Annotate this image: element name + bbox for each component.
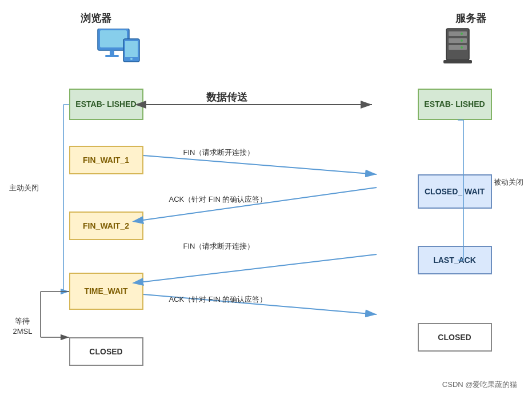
browser-icon [95, 29, 143, 68]
server-icon [438, 26, 478, 68]
server-established-box: ESTAB- LISHED [418, 89, 492, 120]
fin-wait-2-box: FIN_WAIT_2 [69, 212, 143, 240]
data-transfer-label: 数据传送 [206, 90, 247, 104]
ack1-label: ACK（针对 FIN 的确认应答） [169, 194, 267, 205]
wait-2msl-label: 等待 2MSL [13, 306, 33, 337]
ack2-label: ACK（针对 FIN 的确认应答） [169, 294, 267, 305]
passive-close-label: 被动关闭 [494, 177, 523, 187]
closed-wait-box: CLOSED_ WAIT [418, 174, 492, 209]
svg-point-11 [461, 33, 463, 35]
svg-point-12 [461, 39, 463, 42]
server-closed-box: CLOSED [418, 323, 492, 352]
svg-point-13 [461, 46, 463, 49]
svg-point-6 [130, 58, 133, 60]
diagram-inner: 浏览器 服务器 [6, 6, 526, 394]
svg-rect-10 [449, 45, 467, 50]
svg-rect-8 [449, 31, 467, 36]
svg-rect-14 [443, 60, 472, 63]
diagram-container: 浏览器 服务器 [0, 0, 532, 403]
svg-rect-5 [125, 41, 138, 57]
svg-line-25 [143, 254, 377, 282]
browser-established-box: ESTAB- LISHED [69, 89, 143, 120]
svg-rect-9 [449, 38, 467, 43]
svg-rect-2 [110, 50, 114, 55]
last-ack-box: LAST_ACK [418, 246, 492, 274]
footer-text: CSDN @爱吃果蔬的猫 [442, 380, 518, 390]
active-close-label: 主动关闭 [9, 183, 39, 193]
time-wait-box: TIME_WAIT [69, 273, 143, 310]
svg-rect-3 [105, 55, 119, 57]
fin-wait-1-box: FIN_WAIT_1 [69, 146, 143, 174]
fin1-label: FIN（请求断开连接） [183, 147, 255, 158]
browser-closed-box: CLOSED [69, 337, 143, 366]
server-header: 服务器 [455, 11, 486, 25]
fin2-label: FIN（请求断开连接） [183, 241, 255, 252]
svg-line-23 [143, 155, 377, 174]
browser-header: 浏览器 [81, 11, 111, 25]
svg-rect-1 [100, 30, 127, 47]
